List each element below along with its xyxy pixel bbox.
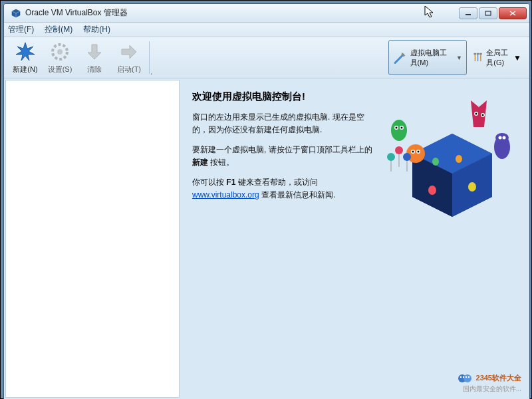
svg-point-42	[464, 374, 471, 382]
svg-point-20	[396, 127, 398, 129]
svg-point-17	[391, 120, 407, 141]
svg-point-16	[428, 186, 436, 195]
svg-point-27	[495, 133, 509, 142]
svg-point-37	[387, 153, 395, 161]
watermark: 2345软件大全 国内最安全的软件...	[458, 373, 521, 394]
svg-rect-10	[473, 53, 476, 55]
start-button: 启动(T)	[112, 37, 146, 78]
svg-point-5	[57, 49, 63, 55]
new-button[interactable]: 新建(N)	[8, 37, 43, 78]
svg-point-33	[412, 151, 414, 153]
chevron-down-icon: ▼	[456, 55, 462, 61]
virtualbox-link[interactable]: www.virtualbox.org	[192, 190, 259, 200]
menu-file[interactable]: 管理(F)	[8, 24, 34, 35]
svg-point-39	[403, 153, 411, 161]
starburst-icon	[14, 41, 37, 63]
toolbar: 新建(N) 设置(S) 清除 启动(T)	[4, 37, 529, 78]
window-title: Oracle VM VirtualBox 管理器	[25, 7, 459, 19]
svg-point-45	[466, 376, 467, 377]
settings-label: 设置(S)	[48, 65, 72, 74]
global-tools-label: 全局工具(G)	[486, 48, 511, 68]
svg-point-21	[401, 127, 403, 129]
global-tools-button[interactable]: 全局工具(G) ▼	[468, 40, 525, 75]
svg-rect-9	[480, 54, 481, 61]
menu-control[interactable]: 控制(M)	[45, 24, 72, 35]
svg-point-43	[460, 376, 462, 377]
welcome-p1: 窗口的左边用来显示已生成的虚拟电脑. 现在是空的，因为你还没有新建任何虚拟电脑.	[192, 111, 378, 136]
svg-point-14	[456, 155, 462, 163]
welcome-pane: 欢迎使用虚拟电脑控制台! 窗口的左边用来显示已生成的虚拟电脑. 现在是空的，因为…	[180, 78, 529, 399]
new-label: 新建(N)	[13, 65, 37, 74]
svg-point-15	[468, 182, 476, 192]
svg-point-29	[503, 136, 506, 140]
minimize-button[interactable]	[459, 7, 477, 19]
svg-point-24	[475, 113, 477, 115]
vm-list-sidebar[interactable]	[5, 80, 180, 398]
menubar: 管理(F) 控制(M) 帮助(H)	[4, 23, 529, 37]
svg-rect-7	[475, 54, 475, 61]
titlebar[interactable]: Oracle VM VirtualBox 管理器	[4, 4, 529, 23]
svg-point-44	[463, 376, 464, 377]
welcome-p3: 你可以按 F1 键来查看帮助，或访问 www.virtualbox.org 查看…	[192, 176, 378, 201]
svg-line-6	[395, 55, 403, 63]
svg-point-34	[418, 151, 420, 153]
arrow-down-icon	[83, 41, 106, 63]
chevron-down-icon: ▼	[513, 53, 521, 63]
svg-point-28	[499, 136, 502, 140]
svg-rect-1	[485, 11, 491, 15]
svg-rect-12	[479, 53, 482, 55]
app-window: Oracle VM VirtualBox 管理器 管理(F) 控制(M) 帮助(…	[3, 3, 530, 399]
welcome-p2: 要新建一个虚拟电脑, 请按位于窗口顶部工具栏上的 新建 按钮。	[192, 144, 378, 168]
divider	[149, 41, 150, 74]
svg-rect-11	[477, 53, 479, 55]
tools-icon	[472, 49, 483, 67]
virtualbox-icon	[11, 8, 21, 19]
svg-point-13	[432, 158, 439, 166]
vm-tools-label: 虚拟电脑工具(M)	[410, 48, 453, 68]
svg-point-35	[395, 146, 403, 154]
watermark-icon	[458, 373, 473, 384]
svg-point-46	[468, 376, 469, 377]
vm-tools-button[interactable]: 虚拟电脑工具(M) ▼	[388, 40, 467, 75]
mascot-artwork	[379, 90, 525, 237]
start-label: 启动(T)	[117, 65, 141, 74]
menu-help[interactable]: 帮助(H)	[83, 24, 110, 35]
svg-rect-8	[477, 54, 478, 61]
discard-button: 清除	[77, 37, 112, 78]
maximize-button[interactable]	[479, 7, 497, 19]
discard-label: 清除	[87, 65, 102, 74]
arrow-right-icon	[118, 41, 140, 63]
gear-icon	[49, 41, 71, 63]
svg-point-25	[482, 114, 484, 116]
close-button[interactable]	[499, 7, 527, 19]
screwdriver-icon	[393, 49, 408, 67]
settings-button: 设置(S)	[43, 37, 77, 78]
